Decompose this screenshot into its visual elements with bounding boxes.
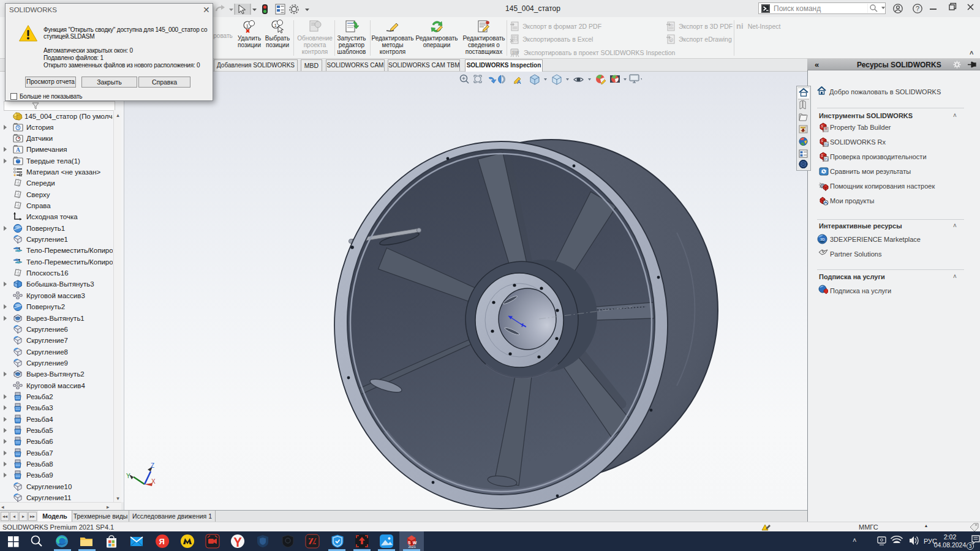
svg-text:Y: Y	[126, 473, 130, 479]
svg-text:1: 1	[246, 23, 249, 29]
svg-text:3D: 3D	[820, 238, 825, 241]
svg-text:Я: Я	[159, 537, 165, 546]
svg-text:?: ?	[916, 5, 919, 12]
svg-text:2021: 2021	[409, 545, 416, 549]
svg-text:1: 1	[274, 23, 277, 28]
svg-text:Z: Z	[151, 462, 154, 469]
svg-text:Px: Px	[824, 157, 829, 161]
svg-text:A: A	[517, 79, 521, 85]
svg-text:SW: SW	[512, 50, 519, 54]
svg-text:e: e	[670, 38, 673, 42]
svg-text:A: A	[16, 147, 20, 153]
svg-text:Rx: Rx	[824, 143, 829, 146]
svg-text:X: X	[151, 478, 156, 485]
